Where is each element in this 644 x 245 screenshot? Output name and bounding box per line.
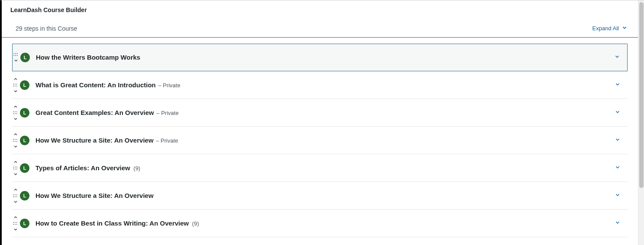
drag-handle-icon[interactable]	[12, 110, 19, 115]
svg-point-13	[15, 111, 16, 112]
lesson-row[interactable]: LTypes of Articles: An Overview (9)	[12, 154, 628, 182]
lesson-suffix: – Private	[155, 137, 178, 144]
lesson-badge: L	[20, 53, 30, 62]
lesson-title: Types of Articles: An Overview	[35, 164, 130, 172]
move-down-icon[interactable]	[13, 89, 18, 94]
svg-point-17	[16, 113, 17, 114]
row-expand-button[interactable]	[611, 133, 624, 148]
move-up-icon[interactable]	[13, 215, 18, 220]
row-expand-button[interactable]	[611, 50, 624, 65]
svg-point-18	[13, 139, 14, 140]
svg-point-23	[16, 141, 17, 142]
drag-handle-icon[interactable]	[12, 52, 19, 57]
expand-all-button[interactable]: Expand All	[592, 25, 628, 32]
lesson-count: (9)	[190, 220, 199, 227]
svg-point-27	[13, 169, 14, 169]
chevron-down-icon	[615, 109, 621, 117]
svg-point-15	[13, 113, 14, 114]
drag-handle-icon[interactable]	[12, 83, 19, 88]
svg-point-19	[15, 139, 16, 140]
row-expand-button[interactable]	[611, 105, 624, 120]
move-controls	[13, 52, 19, 63]
lesson-row[interactable]: LWhat is Great Content: An Introduction …	[12, 71, 628, 99]
svg-point-25	[15, 166, 16, 167]
svg-point-40	[15, 224, 16, 225]
svg-point-22	[15, 141, 16, 142]
lesson-title-wrap: What is Great Content: An Introduction –…	[35, 81, 180, 89]
lesson-title: How the Writers Bootcamp Works	[36, 54, 140, 61]
move-controls	[12, 187, 19, 204]
svg-point-16	[15, 113, 16, 114]
svg-point-5	[17, 55, 18, 56]
svg-point-0	[13, 53, 14, 54]
svg-point-6	[13, 83, 14, 84]
svg-point-8	[16, 83, 17, 84]
lesson-row[interactable]: LHow We Structure a Site: An Overview – …	[12, 127, 628, 154]
move-up-icon[interactable]	[13, 159, 18, 165]
chevron-down-icon	[615, 137, 621, 144]
svg-point-21	[13, 141, 14, 142]
lesson-title: What is Great Content: An Introduction	[35, 81, 156, 89]
lesson-suffix: – Private	[157, 82, 180, 89]
move-down-icon[interactable]	[13, 227, 18, 232]
move-up-icon[interactable]	[13, 104, 18, 109]
lesson-title: Great Content Examples: An Overview	[35, 109, 154, 116]
lesson-title: How We Structure a Site: An Overview	[35, 192, 154, 199]
move-down-icon[interactable]	[13, 144, 18, 149]
svg-point-14	[16, 111, 17, 112]
lesson-title-wrap: How the Writers Bootcamp Works	[36, 54, 140, 61]
lesson-badge: L	[20, 219, 29, 228]
chevron-down-icon	[614, 54, 620, 61]
lesson-title: How We Structure a Site: An Overview	[35, 137, 154, 144]
lesson-badge: L	[20, 80, 29, 90]
svg-point-31	[15, 194, 16, 195]
move-down-icon[interactable]	[13, 199, 18, 204]
drag-handle-icon[interactable]	[12, 138, 19, 143]
svg-point-26	[16, 166, 17, 167]
row-expand-button[interactable]	[611, 188, 624, 203]
svg-point-29	[16, 169, 17, 169]
move-controls	[12, 104, 19, 121]
chevron-down-icon	[615, 192, 621, 200]
move-up-icon[interactable]	[13, 76, 18, 82]
lesson-title-wrap: Types of Articles: An Overview (9)	[35, 164, 140, 172]
row-expand-button[interactable]	[611, 216, 624, 231]
svg-point-7	[15, 83, 16, 84]
move-down-icon[interactable]	[13, 116, 18, 121]
lesson-row[interactable]: LGreat Content Examples: An Overview – P…	[12, 99, 628, 127]
svg-point-35	[16, 196, 17, 197]
lesson-list: LHow the Writers Bootcamp WorksLWhat is …	[2, 38, 638, 237]
expand-all-label: Expand All	[592, 25, 619, 32]
svg-point-20	[16, 139, 17, 140]
drag-handle-icon[interactable]	[12, 165, 19, 171]
lesson-title-wrap: Great Content Examples: An Overview – Pr…	[35, 109, 179, 117]
move-up-icon[interactable]	[13, 187, 18, 192]
svg-point-41	[16, 224, 17, 225]
svg-point-34	[15, 196, 16, 197]
subheader: 29 steps in this Course Expand All	[2, 17, 638, 38]
drag-handle-icon[interactable]	[12, 221, 19, 226]
row-expand-button[interactable]	[611, 161, 624, 175]
svg-point-28	[15, 169, 16, 169]
panel-title: LearnDash Course Builder	[2, 0, 638, 17]
scrollbar-track[interactable]	[638, 0, 644, 245]
svg-point-30	[13, 194, 14, 195]
chevron-down-icon	[615, 164, 621, 172]
scrollbar-thumb[interactable]	[639, 2, 644, 188]
svg-point-12	[13, 111, 14, 112]
row-expand-button[interactable]	[611, 78, 624, 92]
svg-point-24	[13, 166, 14, 167]
move-controls	[12, 215, 19, 232]
svg-point-2	[17, 53, 18, 54]
svg-point-10	[15, 86, 16, 86]
move-controls	[12, 159, 19, 177]
drag-handle-icon[interactable]	[12, 193, 19, 198]
move-up-icon[interactable]	[13, 132, 18, 137]
move-down-icon[interactable]	[13, 172, 18, 177]
lesson-row[interactable]: LHow We Structure a Site: An Overview	[12, 182, 628, 210]
move-down-icon[interactable]	[13, 58, 19, 63]
lesson-row[interactable]: LHow to Create Best in Class Writing: An…	[12, 210, 628, 237]
lesson-row[interactable]: LHow the Writers Bootcamp Works	[12, 44, 628, 71]
lesson-title-wrap: How We Structure a Site: An Overview – P…	[35, 137, 178, 144]
lesson-title-wrap: How to Create Best in Class Writing: An …	[35, 220, 199, 227]
